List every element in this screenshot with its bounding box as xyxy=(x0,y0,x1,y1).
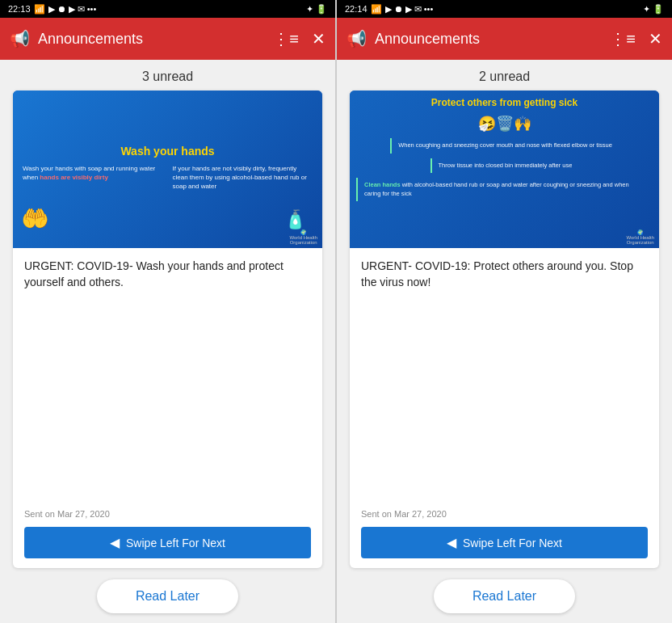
card-message-1: URGENT: COVID-19- Wash your hands and pr… xyxy=(24,258,311,291)
protect-section-3: Clean hands with alcohol-based hand rub … xyxy=(356,178,653,201)
cough-icon: 🤧 xyxy=(478,115,496,133)
poster-body-2: If your hands are not visibly dirty, fre… xyxy=(170,161,317,195)
status-time-2: 22:14 xyxy=(345,4,368,14)
protect-body-1: When coughing and sneezing cover mouth a… xyxy=(395,140,615,152)
protect-section-1: When coughing and sneezing cover mouth a… xyxy=(390,138,619,154)
who-logo-2: 🌍World HealthOrganization xyxy=(626,229,654,245)
signal-icon: 📶 xyxy=(34,4,45,15)
app-bar-1: 📢 Announcements ⋮≡ ✕ xyxy=(0,18,335,60)
swipe-label-2: Swipe Left For Next xyxy=(463,537,562,549)
bluetooth-icon-2: ✦ xyxy=(643,4,650,15)
signal-icon-2: 📶 xyxy=(371,4,382,15)
battery-icon: 🔋 xyxy=(316,4,327,15)
phone-panel-2: 22:14 📶 ▶ ⏺ ▶ ✉ ••• ✦ 🔋 📢 Announcements … xyxy=(337,0,672,623)
poster-col-2: If your hands are not visibly dirty, fre… xyxy=(170,161,317,195)
poster-title-2: Protect others from getting sick xyxy=(431,97,578,108)
swipe-btn-2[interactable]: ◀ Swipe Left For Next xyxy=(361,527,648,558)
poster-row-1: Wash your hands with soap and running wa… xyxy=(19,161,316,195)
protect-poster: Protect others from getting sick 🤧 🗑️ 🙌 … xyxy=(350,91,659,248)
card-content-2: URGENT- COVID-19: Protect others around … xyxy=(350,248,659,503)
arrow-icon-1: ◀ xyxy=(110,535,120,550)
poster-col-1: Wash your hands with soap and running wa… xyxy=(19,161,166,195)
announcement-card-1: Wash your hands Wash your hands with soa… xyxy=(13,91,322,568)
megaphone-icon: 📢 xyxy=(10,29,30,48)
announcement-card-2: Protect others from getting sick 🤧 🗑️ 🙌 … xyxy=(350,91,659,568)
status-left-2: 22:14 📶 ▶ ⏺ ▶ ✉ ••• xyxy=(345,4,433,15)
media-icons-2: ▶ ⏺ ▶ ✉ ••• xyxy=(385,4,434,15)
media-icons: ▶ ⏺ ▶ ✉ ••• xyxy=(48,4,97,15)
status-bar-1: 22:13 📶 ▶ ⏺ ▶ ✉ ••• ✦ 🔋 xyxy=(0,0,335,18)
bluetooth-icon: ✦ xyxy=(306,4,313,15)
card-image-1: Wash your hands Wash your hands with soa… xyxy=(13,91,322,248)
protect-section-2: Throw tissue into closed bin immediately… xyxy=(430,158,579,174)
who-logo-1: 🌍World HealthOrganization xyxy=(289,229,317,245)
sent-date-1: Sent on Mar 27, 2020 xyxy=(24,509,311,519)
highlight-1: hands are visibly dirty xyxy=(40,174,107,181)
list-icon-1[interactable]: ⋮≡ xyxy=(273,29,299,48)
app-title-1: Announcements xyxy=(38,31,260,48)
status-right-1: ✦ 🔋 xyxy=(306,4,327,15)
handwash-icon: 🙌 xyxy=(514,115,531,133)
megaphone-icon-2: 📢 xyxy=(346,29,367,48)
phone-panel-1: 22:13 📶 ▶ ⏺ ▶ ✉ ••• ✦ 🔋 📢 Announcements … xyxy=(0,0,335,623)
card-footer-2: Sent on Mar 27, 2020 ◀ Swipe Left For Ne… xyxy=(350,503,659,568)
read-later-container-1: Read Later xyxy=(0,568,335,623)
status-left-1: 22:13 📶 ▶ ⏺ ▶ ✉ ••• xyxy=(8,4,96,15)
swipe-label-1: Swipe Left For Next xyxy=(126,537,225,549)
protect-body-3: Clean hands with alcohol-based hand rub … xyxy=(361,179,649,200)
battery-icon-2: 🔋 xyxy=(653,4,664,15)
protect-body-2: Throw tissue into closed bin immediately… xyxy=(435,160,576,172)
wash-poster: Wash your hands Wash your hands with soa… xyxy=(13,91,322,248)
close-icon-1[interactable]: ✕ xyxy=(312,29,326,48)
swipe-btn-1[interactable]: ◀ Swipe Left For Next xyxy=(24,527,311,558)
poster-body-1: Wash your hands with soap and running wa… xyxy=(19,161,166,185)
poster-title-1: Wash your hands xyxy=(120,145,214,158)
arrow-icon-2: ◀ xyxy=(447,535,456,550)
status-right-2: ✦ 🔋 xyxy=(643,4,664,15)
unread-count-1: 3 unread xyxy=(0,60,335,91)
read-later-container-2: Read Later xyxy=(337,568,672,623)
unread-count-2: 2 unread xyxy=(337,60,672,91)
card-image-2: Protect others from getting sick 🤧 🗑️ 🙌 … xyxy=(350,91,659,248)
app-bar-2: 📢 Announcements ⋮≡ ✕ xyxy=(337,18,672,60)
list-icon-2[interactable]: ⋮≡ xyxy=(610,29,636,48)
trash-icon: 🗑️ xyxy=(496,115,514,133)
hand-icon: 🤲 xyxy=(21,205,49,232)
app-title-2: Announcements xyxy=(375,31,597,48)
close-icon-2[interactable]: ✕ xyxy=(649,29,662,48)
card-message-2: URGENT- COVID-19: Protect others around … xyxy=(361,258,648,291)
bottle-icon: 🧴 xyxy=(284,209,306,230)
sent-date-2: Sent on Mar 27, 2020 xyxy=(361,509,648,519)
highlight-2: Clean hands xyxy=(364,181,401,188)
card-content-1: URGENT: COVID-19- Wash your hands and pr… xyxy=(13,248,322,503)
status-time-1: 22:13 xyxy=(8,4,31,14)
read-later-btn-1[interactable]: Read Later xyxy=(97,579,238,613)
status-bar-2: 22:14 📶 ▶ ⏺ ▶ ✉ ••• ✦ 🔋 xyxy=(337,0,672,18)
read-later-btn-2[interactable]: Read Later xyxy=(434,579,575,613)
protect-icons: 🤧 🗑️ 🙌 xyxy=(478,115,531,133)
card-footer-1: Sent on Mar 27, 2020 ◀ Swipe Left For Ne… xyxy=(13,503,322,568)
